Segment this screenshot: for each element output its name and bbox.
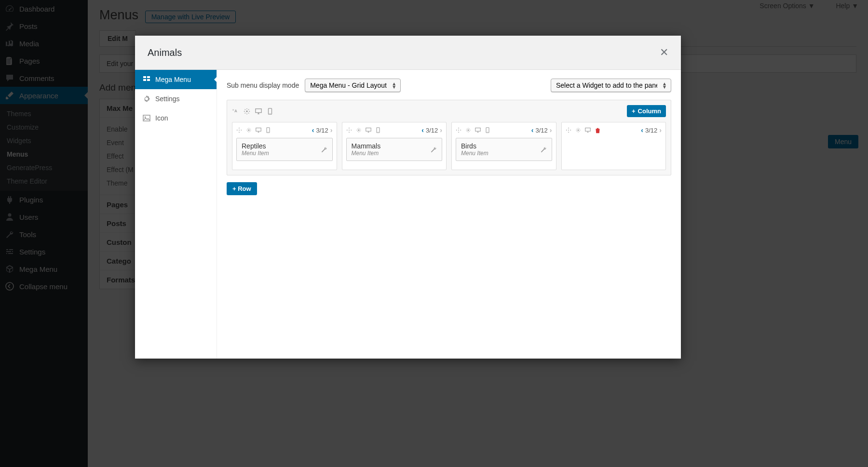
modal-tab-label: Icon [155, 114, 168, 122]
column-size: 3/12 [426, 127, 438, 134]
column-toolbar: ‹3/12› [236, 126, 333, 134]
mobile-icon[interactable] [267, 108, 273, 115]
grid-icon [143, 76, 150, 83]
grid-column: ‹3/12›ReptilesMenu Item [232, 122, 337, 170]
wrench-icon[interactable] [430, 146, 437, 153]
grow-column-button[interactable]: › [330, 126, 333, 134]
column-toolbar: ‹3/12› [566, 126, 662, 134]
widget-title: Reptiles [242, 142, 269, 150]
move-icon[interactable] [236, 127, 242, 133]
svg-point-13 [248, 130, 250, 131]
column-toolbar: ‹3/12› [346, 126, 443, 134]
svg-rect-14 [256, 128, 261, 132]
svg-point-16 [268, 132, 268, 132]
grid-column: ‹3/12›BirdsMenu Item [451, 122, 556, 170]
svg-rect-7 [143, 115, 150, 121]
svg-rect-22 [475, 128, 481, 132]
move-icon[interactable] [566, 127, 571, 133]
display-mode-select[interactable]: Mega Menu - Grid Layout [305, 79, 401, 92]
modal-title: Animals [148, 47, 182, 58]
row-toolbar: ⁺ᴀ + Column [232, 105, 666, 117]
modal-main: Sub menu display mode Mega Menu - Grid L… [217, 70, 681, 359]
grid-panel: ⁺ᴀ + Column ‹3/12›ReptilesMenu Item‹3/12… [227, 100, 671, 175]
modal-overlay: Animals ✕ Mega Menu Settings Icon [0, 0, 868, 467]
modal-tab-mega-menu[interactable]: Mega Menu [135, 70, 217, 89]
wrench-icon[interactable] [540, 146, 547, 153]
gear-icon [143, 95, 150, 103]
gear-icon[interactable] [244, 108, 250, 115]
svg-point-17 [358, 130, 359, 131]
desktop-icon[interactable] [256, 127, 261, 133]
plus-icon: + [632, 107, 636, 115]
svg-rect-6 [147, 79, 150, 81]
mega-menu-modal: Animals ✕ Mega Menu Settings Icon [135, 36, 681, 359]
widget-card[interactable]: ReptilesMenu Item [236, 138, 333, 161]
column-size: 3/12 [645, 127, 657, 134]
display-mode-label: Sub menu display mode [227, 81, 299, 89]
shrink-column-button[interactable]: ‹ [531, 126, 534, 134]
trash-icon[interactable] [595, 127, 601, 133]
grid-column: ‹3/12› [561, 122, 666, 170]
desktop-icon[interactable] [366, 127, 371, 133]
mobile-icon[interactable] [485, 127, 490, 133]
gear-icon[interactable] [246, 127, 252, 133]
gear-icon[interactable] [465, 127, 471, 133]
mobile-icon[interactable] [265, 127, 271, 133]
svg-rect-3 [143, 76, 146, 78]
svg-point-21 [468, 130, 469, 131]
close-button[interactable]: ✕ [660, 46, 668, 59]
svg-rect-4 [147, 76, 150, 78]
widget-subtitle: Menu Item [242, 150, 269, 157]
image-icon [143, 114, 150, 122]
column-size: 3/12 [316, 127, 328, 134]
plus-icon: + [232, 185, 238, 192]
move-icon[interactable] [456, 127, 461, 133]
widget-card[interactable]: BirdsMenu Item [456, 138, 552, 161]
shrink-column-button[interactable]: ‹ [641, 126, 643, 134]
wrench-icon[interactable] [321, 146, 327, 153]
widget-select[interactable]: Select a Widget to add to the panel [551, 79, 671, 92]
svg-point-20 [378, 132, 378, 132]
svg-point-9 [246, 110, 248, 112]
gear-icon[interactable] [575, 127, 581, 133]
mobile-icon[interactable] [375, 127, 381, 133]
widget-subtitle: Menu Item [461, 150, 488, 157]
column-toolbar: ‹3/12› [456, 126, 552, 134]
modal-sidebar: Mega Menu Settings Icon [135, 70, 217, 359]
shrink-column-button[interactable]: ‹ [312, 126, 314, 134]
modal-tab-label: Settings [155, 95, 180, 103]
sort-icon[interactable]: ⁺ᴀ [232, 108, 239, 115]
widget-card[interactable]: MammalsMenu Item [346, 138, 443, 161]
add-row-button[interactable]: + Row [227, 182, 257, 195]
columns-row: ‹3/12›ReptilesMenu Item‹3/12›MammalsMenu… [232, 122, 666, 170]
column-size: 3/12 [536, 127, 548, 134]
widget-subtitle: Menu Item [352, 150, 381, 157]
svg-rect-10 [256, 108, 261, 112]
gear-icon[interactable] [356, 127, 362, 133]
modal-header: Animals ✕ [135, 36, 681, 70]
grow-column-button[interactable]: › [659, 126, 662, 134]
grow-column-button[interactable]: › [550, 126, 552, 134]
svg-point-25 [577, 130, 579, 131]
svg-rect-18 [366, 128, 371, 132]
grow-column-button[interactable]: › [440, 126, 442, 134]
svg-point-12 [270, 113, 270, 113]
move-icon[interactable] [346, 127, 352, 133]
grid-column: ‹3/12›MammalsMenu Item [342, 122, 447, 170]
modal-tab-settings[interactable]: Settings [135, 89, 217, 108]
desktop-icon[interactable] [255, 108, 262, 115]
svg-point-24 [487, 132, 488, 132]
svg-rect-26 [585, 128, 590, 132]
desktop-icon[interactable] [475, 127, 481, 133]
widget-title: Mammals [352, 142, 381, 150]
widget-title: Birds [461, 142, 488, 150]
shrink-column-button[interactable]: ‹ [421, 126, 424, 134]
desktop-icon[interactable] [585, 127, 591, 133]
modal-tab-icon[interactable]: Icon [135, 108, 217, 128]
modal-tab-label: Mega Menu [155, 76, 191, 83]
add-column-button[interactable]: + Column [627, 105, 666, 117]
svg-rect-5 [143, 79, 146, 81]
